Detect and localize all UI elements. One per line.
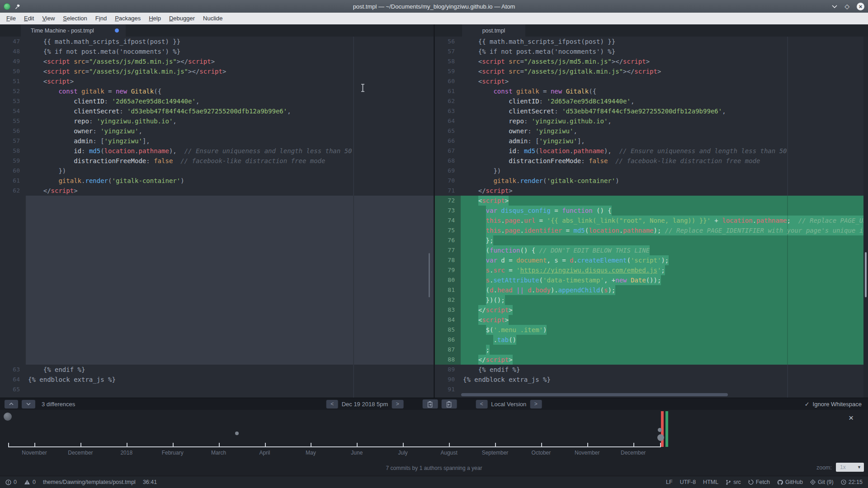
zoom-label: zoom:	[816, 465, 832, 471]
code-line-52: 52 const gitalk = new Gitalk({	[0, 86, 434, 96]
commit-dot[interactable]	[235, 432, 239, 435]
close-button[interactable]: ×	[857, 3, 864, 10]
status-utf-8[interactable]: UTF-8	[680, 479, 696, 485]
code-line-89: 89 {% endif %}	[435, 365, 868, 375]
code-line-50: 50 <script src="/assets/js/gitalk.min.js…	[0, 66, 434, 76]
timeline-tick	[311, 443, 311, 446]
status-html[interactable]: HTML	[703, 479, 718, 485]
git-icon	[810, 479, 816, 485]
code-line-56: 56 owner: 'yingziwu',	[0, 126, 434, 136]
code-line-63: 63 clientSecret: 'd53ebb47f84f44cf5ae927…	[435, 106, 868, 116]
commit-dot[interactable]	[657, 434, 664, 441]
menu-help[interactable]: Help	[145, 13, 165, 24]
newer-revision-button[interactable]: >	[392, 400, 403, 408]
scrollbar-thumb-horizontal[interactable]	[461, 393, 728, 396]
diagnostics-warnings[interactable]: 0	[24, 479, 36, 485]
line-number: 60	[435, 76, 461, 86]
menu-debugger[interactable]: Debugger	[165, 13, 199, 24]
timeline-tick	[449, 443, 450, 446]
line-number: 64	[435, 116, 461, 126]
code-line-57: 57 admin: ['yingziwu'],	[0, 136, 434, 146]
code-line-55: 55 repo: 'yingziwu.github.io',	[0, 116, 434, 126]
status-github[interactable]: GitHub	[777, 479, 803, 485]
line-number: 58	[435, 56, 461, 66]
zoom-select[interactable]: 1x ▼	[836, 463, 864, 472]
tab-bar: Time Machine - post.tmpl post.tmpl	[0, 24, 868, 37]
timeline-handle[interactable]	[4, 413, 12, 421]
status-22-15[interactable]: 22:15	[841, 479, 863, 485]
wrap-guide-shade	[787, 196, 788, 365]
local-next-button[interactable]: >	[530, 400, 542, 408]
timeline-close-icon[interactable]: ×	[849, 413, 854, 422]
menu-packages[interactable]: Packages	[111, 13, 145, 24]
prev-diff-button[interactable]	[5, 400, 18, 408]
line-number: 75	[435, 225, 461, 235]
error-icon	[5, 479, 11, 485]
commit-dot[interactable]	[658, 428, 662, 432]
scrollbar-thumb-vertical[interactable]	[429, 253, 430, 297]
timeline-month-label: November	[575, 450, 599, 456]
cursor-position[interactable]: 36:41	[143, 479, 157, 485]
local-prev-button[interactable]: <	[476, 400, 487, 408]
status-fetch[interactable]: Fetch	[748, 479, 770, 485]
line-number: 66	[435, 136, 461, 146]
timeline-tick	[660, 443, 661, 446]
line-number: 69	[435, 166, 461, 176]
menu-view[interactable]: View	[38, 13, 59, 24]
status-lf[interactable]: LF	[666, 479, 673, 485]
maximize-button[interactable]: ◇	[844, 3, 849, 10]
time-machine-timeline[interactable]: × 7 commits by 1 authors spanning a year…	[0, 410, 868, 476]
code-line-77: 77 (function() { // DON'T EDIT BELOW THI…	[435, 245, 868, 255]
timeline-month-label: October	[532, 450, 551, 456]
tab-time-machine[interactable]: Time Machine - post.tmpl	[21, 24, 126, 37]
line-number: 85	[435, 325, 461, 335]
line-number: 56	[435, 37, 461, 47]
ignore-whitespace-toggle[interactable]: ✓ Ignore Whitespace	[805, 401, 862, 408]
line-number: 74	[435, 216, 461, 225]
tab-label: Time Machine - post.tmpl	[31, 28, 94, 34]
line-number: 65	[0, 385, 26, 394]
status-src[interactable]: src	[726, 479, 741, 485]
code-line-75: 75 this.page.identifier = md5(location.p…	[435, 225, 868, 235]
menu-find[interactable]: Find	[91, 13, 111, 24]
diagnostics-errors[interactable]: 0	[5, 479, 17, 485]
code-line-58: 58 <script src="/assets/js/md5.min.js"><…	[435, 56, 868, 66]
line-number: 52	[0, 86, 26, 96]
file-path[interactable]: themes/Dawning/templates/post.tmpl	[43, 479, 136, 485]
editor-pane-left[interactable]: 47 {{ math.math_scripts_ifpost(post) }}4…	[0, 37, 434, 398]
code-line-60: 60 })	[0, 166, 434, 176]
menu-selection[interactable]: Selection	[59, 13, 91, 24]
status-bar: 0 0 themes/Dawning/templates/post.tmpl 3…	[0, 476, 868, 488]
wrap-guide-shade	[353, 196, 354, 365]
menu-file[interactable]: File	[2, 13, 20, 24]
scrollbar-track-vertical[interactable]	[863, 37, 868, 398]
atom-window: post.tmpl — ~/Documents/my_blog/yingziwu…	[0, 0, 868, 488]
minimize-button[interactable]	[832, 5, 837, 8]
line-number: 88	[435, 355, 461, 365]
status-git-9-[interactable]: Git (9)	[810, 479, 834, 485]
menu-edit[interactable]: Edit	[20, 13, 38, 24]
older-revision-button[interactable]: <	[326, 400, 338, 408]
line-number: 77	[435, 245, 461, 255]
next-diff-button[interactable]	[22, 400, 35, 408]
tab-post-tmpl[interactable]: post.tmpl	[462, 24, 525, 37]
title-bar: post.tmpl — ~/Documents/my_blog/yingziwu…	[0, 0, 868, 13]
line-number: 57	[435, 47, 461, 56]
code-line-66: 66 admin: ['yingziwu'],	[435, 136, 868, 146]
menu-nuclide[interactable]: Nuclide	[199, 13, 226, 24]
timeline-tick	[357, 443, 358, 446]
line-number: 59	[0, 156, 26, 166]
line-number: 51	[0, 76, 26, 86]
revision-date-label: Dec 19 2018 5pm	[342, 401, 388, 408]
code-line-82: 82 })();	[435, 295, 868, 305]
line-number: 81	[435, 285, 461, 295]
line-number: 79	[435, 265, 461, 275]
code-line-72: 72 <script>	[435, 196, 868, 206]
scrollbar-thumb-vertical[interactable]	[865, 252, 867, 297]
copy-left-icon[interactable]	[422, 399, 438, 408]
code-line-61: 61 const gitalk = new Gitalk({	[435, 86, 868, 96]
line-number: 89	[435, 365, 461, 375]
copy-right-icon[interactable]	[441, 399, 457, 408]
code-line-62: 62 </script>	[0, 186, 434, 196]
editor-pane-right[interactable]: 56 {{ math.math_scripts_ifpost(post) }}5…	[435, 37, 868, 398]
